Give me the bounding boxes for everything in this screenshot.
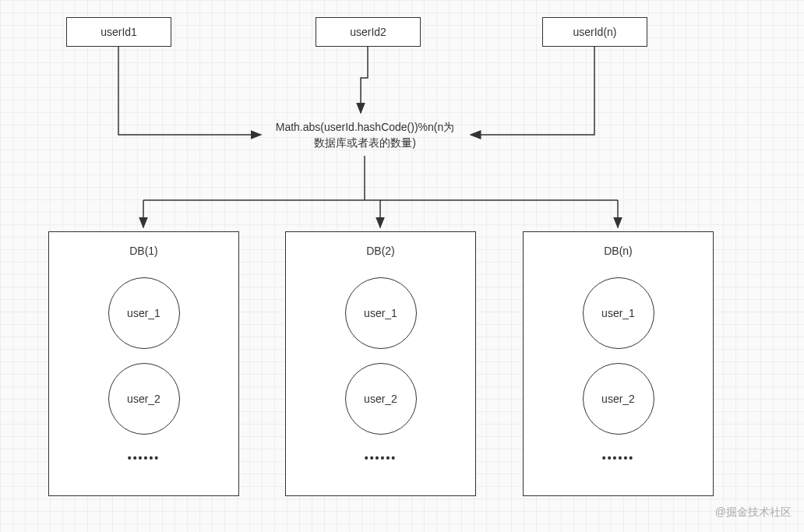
userid2-box: userId2: [316, 17, 421, 47]
db2-table1: user_1: [345, 277, 417, 349]
db2-title: DB(2): [366, 245, 395, 257]
dbn-table2-label: user_2: [601, 393, 635, 405]
db1-table2: user_2: [108, 363, 180, 435]
dbn-dots: ••••••: [602, 452, 634, 464]
userid2-label: userId2: [350, 26, 386, 38]
dbn-title: DB(n): [604, 245, 633, 257]
useridn-label: userId(n): [573, 26, 616, 38]
dbn-table1-label: user_1: [601, 307, 635, 319]
db2-table2: user_2: [345, 363, 417, 435]
formula-line1: Math.abs(userId.hashCode())%n(n为: [276, 121, 455, 133]
db2-dots: ••••••: [365, 452, 397, 464]
db2-box: DB(2) user_1 user_2 ••••••: [285, 231, 476, 496]
watermark: @掘金技术社区: [715, 506, 792, 520]
hash-formula-box: Math.abs(userId.hashCode())%n(n为 数据库或者表的…: [266, 117, 464, 154]
db1-table1-label: user_1: [127, 307, 160, 319]
userid1-label: userId1: [100, 26, 137, 38]
db1-table1: user_1: [108, 277, 180, 349]
db1-box: DB(1) user_1 user_2 ••••••: [48, 231, 239, 496]
db1-title: DB(1): [129, 245, 158, 257]
dbn-table1: user_1: [583, 277, 654, 349]
db1-dots: ••••••: [128, 452, 160, 464]
db2-table2-label: user_2: [364, 393, 397, 405]
db2-table1-label: user_1: [364, 307, 397, 319]
formula-line2: 数据库或者表的数量): [314, 136, 416, 149]
userid1-box: userId1: [66, 17, 171, 47]
db1-table2-label: user_2: [127, 393, 160, 405]
dbn-box: DB(n) user_1 user_2 ••••••: [523, 231, 714, 496]
useridn-box: userId(n): [542, 17, 647, 47]
dbn-table2: user_2: [583, 363, 654, 435]
